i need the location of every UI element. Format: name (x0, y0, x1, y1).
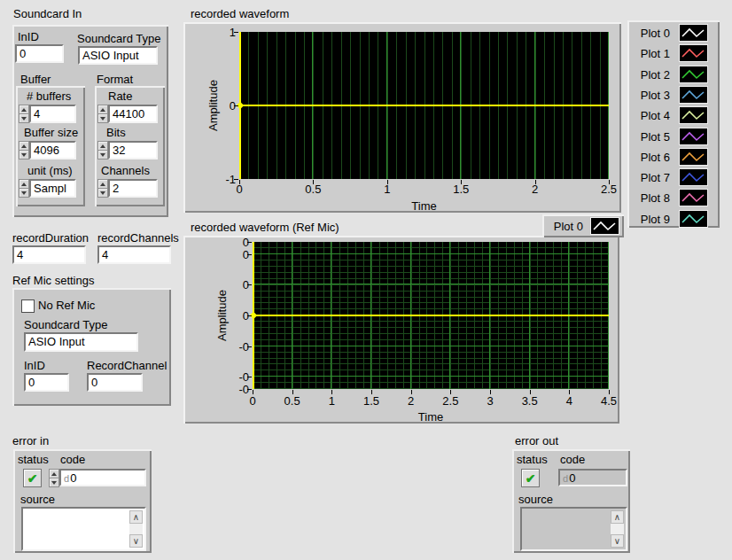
buffer-size-spinner[interactable] (19, 141, 29, 159)
record-channel-label: RecordChannel (87, 360, 167, 372)
x-tick-label: 2.5 (442, 394, 458, 408)
x-tick-label: 0 (236, 183, 242, 196)
legend-plot-style-box[interactable] (679, 189, 708, 206)
ref-mic-waveform-legend: Plot 0 (542, 214, 624, 237)
legend-item-label[interactable]: Plot 2 (635, 68, 670, 82)
record-channels-label: recordChannels (97, 232, 179, 245)
legend-item-label[interactable]: Plot 5 (635, 130, 670, 144)
radix-indicator: d (563, 473, 568, 484)
legend-plot-style-box[interactable] (590, 217, 619, 235)
legend-plot-style-box[interactable] (679, 210, 708, 228)
error-out-source-box: ∧ ∨ (520, 507, 627, 551)
chevron-up-icon[interactable]: ∧ (129, 510, 143, 524)
legend-item-label[interactable]: Plot 4 (635, 109, 670, 122)
unit-field[interactable]: Sampl (29, 179, 76, 198)
x-tick-label: 3.5 (522, 394, 538, 408)
ref-inid-field[interactable]: 0 (24, 373, 69, 392)
error-out-cluster: status ✔ code d0 source ∧ ∨ (512, 449, 630, 553)
grid-major-line (253, 253, 609, 254)
source-scrollbar[interactable]: ∧ ∨ (129, 510, 143, 548)
source-scrollbar[interactable]: ∧ ∨ (611, 510, 624, 548)
rate-field[interactable]: 44100 (108, 105, 158, 123)
recorded-waveform-title: recorded waveform (191, 8, 289, 20)
bits-spinner[interactable] (97, 141, 108, 159)
chevron-down-icon[interactable]: ∨ (129, 534, 143, 548)
error-in-source-label: source (20, 494, 55, 506)
record-duration-label: recordDuration (12, 232, 89, 245)
num-buffers-field[interactable]: 4 (29, 105, 76, 123)
error-in-code-spinner[interactable] (49, 469, 59, 487)
waveform-zero-line (239, 105, 609, 106)
recorded-waveform-graph: 00.511.522.510-1TimeAmplitude (183, 22, 621, 213)
rate-spinner[interactable] (97, 105, 108, 123)
error-in-status-indicator[interactable]: ✔ (23, 469, 42, 487)
no-ref-mic-checkbox[interactable] (21, 299, 35, 313)
ref-mic-title: Ref Mic settings (12, 275, 94, 287)
error-in-source-box[interactable]: ∧ ∨ (21, 507, 146, 551)
x-tick-label: 0.5 (305, 183, 321, 196)
y-tick-label: -0 (215, 383, 249, 396)
x-tick-label: 1 (329, 394, 335, 408)
error-in-cluster: status ✔ code d0 source ∧ ∨ (13, 449, 152, 553)
waveform-legend: Plot 0Plot 1Plot 2Plot 3Plot 4Plot 5Plot… (627, 20, 720, 228)
error-out-code-field: d0 (558, 469, 627, 486)
legend-plot-style-box[interactable] (679, 106, 708, 124)
plot-area (239, 32, 609, 179)
check-icon: ✔ (526, 472, 536, 485)
legend-plot-style-box[interactable] (679, 86, 708, 104)
channels-label: Channels (101, 165, 150, 177)
x-tick-label: 1.5 (363, 394, 379, 408)
y-axis-label: Amplitude (206, 80, 220, 131)
legend-plot-style-box[interactable] (679, 66, 708, 83)
bits-field[interactable]: 32 (108, 141, 158, 159)
x-tick-label: 1 (384, 183, 390, 196)
ref-soundcard-type-field[interactable]: ASIO Input (24, 332, 138, 352)
legend-item-label[interactable]: Plot 9 (635, 213, 670, 226)
inid-field[interactable]: 0 (15, 44, 64, 63)
num-buffers-label: # buffers (27, 90, 71, 103)
record-channel-field[interactable]: 0 (87, 373, 143, 392)
legend-item-label[interactable]: Plot 1 (635, 47, 670, 60)
y-tick-label: 1 (202, 26, 236, 39)
chevron-up-icon[interactable]: ∧ (611, 510, 624, 524)
legend-plot-style-box[interactable] (679, 24, 708, 42)
ref-mic-waveform-graph: 00.511.522.533.544.50000-0-0-0TimeAmplit… (183, 236, 619, 424)
channels-field[interactable]: 2 (108, 179, 158, 198)
buffer-size-field[interactable]: 4096 (29, 141, 76, 159)
buffer-cluster: # buffers 4 Buffer size 4096 unit (ms) S… (16, 86, 85, 206)
x-tick-label: 2 (532, 183, 538, 196)
ref-soundcard-type-label: Soundcard Type (24, 319, 107, 331)
record-duration-field[interactable]: 4 (12, 245, 86, 264)
legend-item-label[interactable]: Plot 3 (635, 89, 670, 102)
x-tick-label: 2.5 (601, 183, 617, 196)
ref-mic-cluster: No Ref Mic Soundcard Type ASIO Input InI… (12, 288, 171, 406)
soundcard-type-field[interactable]: ASIO Input (78, 46, 158, 65)
rate-label: Rate (108, 90, 132, 103)
y-tick-label: 0 (215, 236, 249, 249)
error-in-code-field[interactable]: d0 (59, 469, 146, 486)
inid-label: InID (18, 31, 39, 43)
legend-item-label[interactable]: Plot 7 (635, 171, 670, 184)
record-channels-field[interactable]: 4 (97, 245, 171, 264)
legend-item-label[interactable]: Plot 6 (635, 151, 670, 164)
channels-spinner[interactable] (97, 179, 108, 198)
x-tick-label: 4.5 (601, 394, 617, 408)
legend-plot-style-box[interactable] (679, 128, 708, 145)
num-buffers-spinner[interactable] (19, 105, 29, 123)
unit-spinner[interactable] (19, 179, 29, 198)
labview-front-panel: Soundcard In InID 0 Soundcard Type ASIO … (0, 0, 732, 560)
legend-plot-style-box[interactable] (679, 168, 708, 186)
legend-plot-style-box[interactable] (679, 44, 708, 62)
legend-item-label[interactable]: Plot 8 (635, 191, 670, 205)
chevron-down-icon[interactable]: ∨ (611, 534, 624, 548)
ref-mic-waveform-title: recorded waveform (Ref Mic) (191, 222, 339, 234)
x-axis-label: Time (418, 410, 443, 424)
error-out-status-label: status (517, 454, 548, 466)
buffer-title: Buffer (20, 74, 51, 86)
x-tick-label: 4 (566, 394, 572, 408)
grid-major-line (253, 376, 609, 377)
legend-item-label[interactable]: Plot 0 (635, 27, 670, 40)
error-in-title: error in (12, 435, 49, 447)
legend-item-label[interactable]: Plot 0 (548, 220, 583, 233)
legend-plot-style-box[interactable] (679, 148, 708, 166)
